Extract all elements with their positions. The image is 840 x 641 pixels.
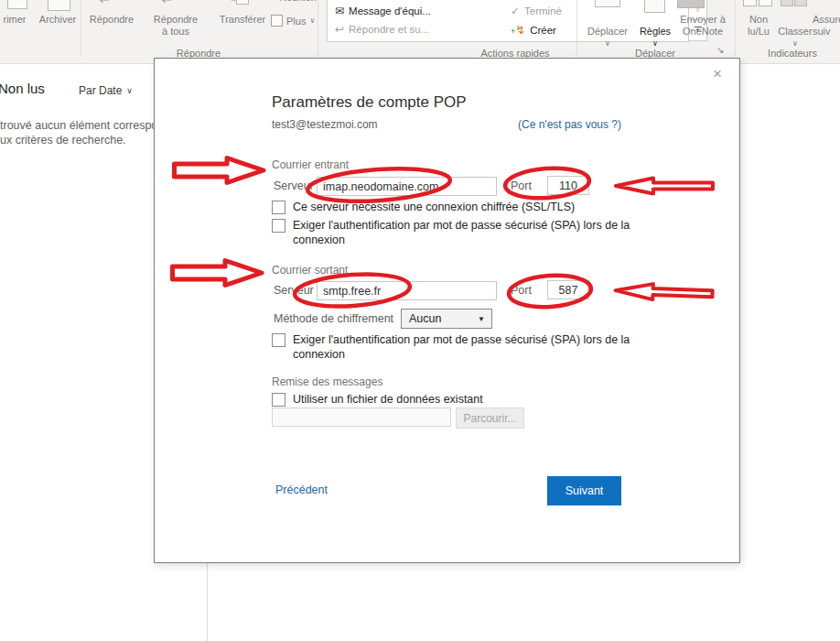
sort-by-date-dropdown[interactable]: Par Date ∨: [79, 84, 133, 97]
ribbon-separator: [318, 0, 318, 57]
ribbon-separator: [81, 0, 81, 57]
ribbon-button-archiver[interactable]: Archiver: [39, 14, 76, 26]
reply-all-icon: ↩: [161, 0, 173, 7]
rules-icon: [644, 0, 665, 13]
move-icon: [595, 0, 620, 7]
quick-action-termine[interactable]: ✓ Terminé: [511, 5, 562, 17]
incoming-spa-checkbox-row: Exiger l'authentification par mot de pas…: [272, 218, 645, 247]
reply-icon: ↩: [335, 23, 344, 36]
dropdown-arrow-icon: ▼: [478, 315, 485, 323]
incoming-section-label: Courrier entrant: [272, 158, 349, 171]
quick-action-repondre-supprimer[interactable]: ↩ Répondre et su...: [335, 23, 429, 36]
ribbon-button-repondre-a-tous[interactable]: Répondre à tous: [154, 14, 198, 38]
chevron-down-icon: ∨: [309, 16, 315, 25]
ssl-checkbox-row: Ce serveur nécessite une connexion chiff…: [272, 200, 645, 214]
outgoing-port-label: Port: [511, 284, 532, 297]
read-icon: [759, 0, 772, 6]
existing-file-checkbox[interactable]: [272, 393, 285, 407]
existing-file-checkbox-label: Utiliser un fichier de données existant: [293, 392, 645, 407]
incoming-spa-checkbox-label: Exiger l'authentification par mot de pas…: [293, 218, 645, 247]
not-you-link[interactable]: (Ce n'est pas vous ?): [518, 118, 621, 131]
ssl-checkbox-label: Ce serveur nécessite une connexion chiff…: [293, 200, 645, 214]
quick-actions-gallery: ✉ Message d'équi... ↩ Répondre et su... …: [327, 0, 690, 42]
incoming-server-label: Serveur: [274, 179, 314, 192]
ribbon-button-deplacer[interactable]: Déplacer ∨: [587, 14, 628, 60]
ribbon: ↩ ↩ ↪ Réunion rimer Archiver Répondre Ré…: [0, 0, 840, 64]
dialog-launcher-icon[interactable]: ↘: [716, 45, 724, 55]
categorize-icon-2: [794, 0, 807, 6]
pop-account-settings-dialog: × Paramètres de compte POP test3@testezm…: [154, 58, 740, 563]
encryption-method-value: Aucun: [409, 312, 478, 325]
data-file-input[interactable]: [272, 407, 451, 427]
incoming-server-input[interactable]: [317, 177, 497, 196]
previous-link[interactable]: Précédent: [275, 483, 328, 496]
more-actions-icon: [271, 15, 283, 27]
ribbon-button-repondre[interactable]: Répondre: [90, 14, 134, 26]
empty-search-text-line2: ux critères de recherche.: [0, 134, 126, 147]
outgoing-server-input[interactable]: [317, 281, 497, 300]
outgoing-spa-checkbox-row: Exiger l'authentification par mot de pas…: [272, 332, 645, 362]
chevron-down-icon: ∨: [126, 86, 133, 95]
empty-search-text-line1: trouvé aucun élément correspon: [0, 119, 164, 133]
envelope-icon: ✉: [335, 5, 344, 17]
ribbon-button-envoyer-onenote[interactable]: Envoyer à OneNote: [680, 14, 726, 38]
dialog-title: Paramètres de compte POP: [272, 93, 467, 112]
reply-icon: ↩: [99, 0, 111, 7]
ribbon-button-supprimer[interactable]: rimer: [3, 14, 26, 26]
ribbon-button-assurer-suivi[interactable]: Assure suiv: [813, 14, 840, 38]
ribbon-button-non-lu[interactable]: Non lu/Lu: [748, 14, 770, 38]
delete-icon: [7, 0, 27, 9]
ribbon-button-reunion[interactable]: Réunion: [279, 0, 317, 4]
categorize-icon: [781, 0, 793, 6]
archive-icon: [48, 0, 70, 11]
quick-action-message-equipe[interactable]: ✉ Message d'équi...: [335, 5, 431, 17]
ribbon-group-indicateurs: Indicateurs: [768, 48, 817, 59]
message-list-filter-label[interactable]: Non lus: [0, 81, 45, 96]
quick-action-creer[interactable]: +↯ Créer: [511, 23, 556, 37]
outgoing-server-label: Serveur: [274, 284, 314, 297]
close-icon[interactable]: ×: [709, 63, 726, 85]
incoming-spa-checkbox[interactable]: [272, 219, 285, 233]
outgoing-section-label: Courrier sortant: [272, 264, 348, 277]
encryption-method-label: Méthode de chiffrement: [274, 312, 393, 325]
outgoing-port-input[interactable]: [547, 280, 589, 299]
ribbon-button-plus[interactable]: Plus ∨: [271, 15, 315, 27]
lightning-icon: +↯: [511, 23, 525, 37]
browse-button[interactable]: Parcourir...: [456, 407, 524, 429]
meeting-icon: [236, 0, 249, 5]
delivery-section-label: Remise des messages: [272, 375, 382, 388]
ribbon-button-transferer[interactable]: Transférer: [220, 14, 265, 26]
outgoing-spa-checkbox-label: Exiger l'authentification par mot de pas…: [293, 332, 645, 362]
encryption-method-select[interactable]: Aucun ▼: [401, 309, 492, 329]
pane-divider: [207, 562, 208, 641]
unread-icon: [743, 0, 757, 6]
account-email: test3@testezmoi.com: [272, 118, 378, 131]
outgoing-spa-checkbox[interactable]: [272, 333, 285, 347]
existing-file-checkbox-row: Utiliser un fichier de données existant: [272, 392, 645, 407]
check-icon: ✓: [511, 5, 520, 17]
ribbon-separator: [576, 0, 577, 57]
ribbon-separator: [735, 0, 736, 57]
onenote-icon: [677, 0, 705, 8]
incoming-port-label: Port: [511, 179, 532, 192]
ssl-checkbox[interactable]: [272, 201, 285, 214]
incoming-port-input[interactable]: [547, 176, 589, 195]
next-button[interactable]: Suivant: [547, 476, 621, 505]
chevron-down-icon: ∨: [587, 39, 628, 49]
